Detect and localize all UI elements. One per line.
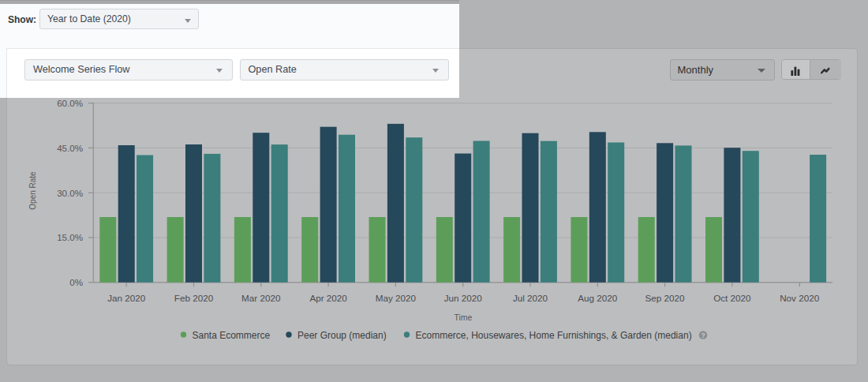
svg-text:Jul 2020: Jul 2020 bbox=[513, 293, 548, 303]
svg-text:Time: Time bbox=[455, 313, 473, 322]
svg-text:Feb 2020: Feb 2020 bbox=[174, 293, 214, 303]
svg-text:Open Rate: Open Rate bbox=[28, 171, 37, 210]
svg-text:Apr 2020: Apr 2020 bbox=[309, 293, 347, 303]
svg-text:Jan 2020: Jan 2020 bbox=[107, 293, 146, 303]
svg-text:Nov 2020: Nov 2020 bbox=[780, 293, 820, 303]
svg-text:60.0%: 60.0% bbox=[57, 98, 83, 108]
svg-text:Sep 2020: Sep 2020 bbox=[645, 293, 686, 303]
svg-text:30.0%: 30.0% bbox=[57, 188, 83, 198]
svg-text:Peer Group (median): Peer Group (median) bbox=[297, 330, 387, 341]
svg-text:Oct 2020: Oct 2020 bbox=[713, 293, 751, 303]
svg-text:Aug 2020: Aug 2020 bbox=[578, 293, 618, 303]
svg-text:May 2020: May 2020 bbox=[376, 293, 417, 303]
svg-text:Ecommerce, Housewares, Home Fu: Ecommerce, Housewares, Home Furnishings,… bbox=[416, 330, 692, 341]
svg-text:0%: 0% bbox=[69, 277, 83, 287]
svg-text:?: ? bbox=[701, 331, 705, 339]
svg-text:45.0%: 45.0% bbox=[57, 143, 83, 153]
svg-text:Mar 2020: Mar 2020 bbox=[241, 293, 281, 303]
svg-text:Jun 2020: Jun 2020 bbox=[444, 293, 483, 303]
svg-text:15.0%: 15.0% bbox=[57, 232, 83, 242]
svg-text:Santa Ecommerce: Santa Ecommerce bbox=[193, 330, 271, 341]
